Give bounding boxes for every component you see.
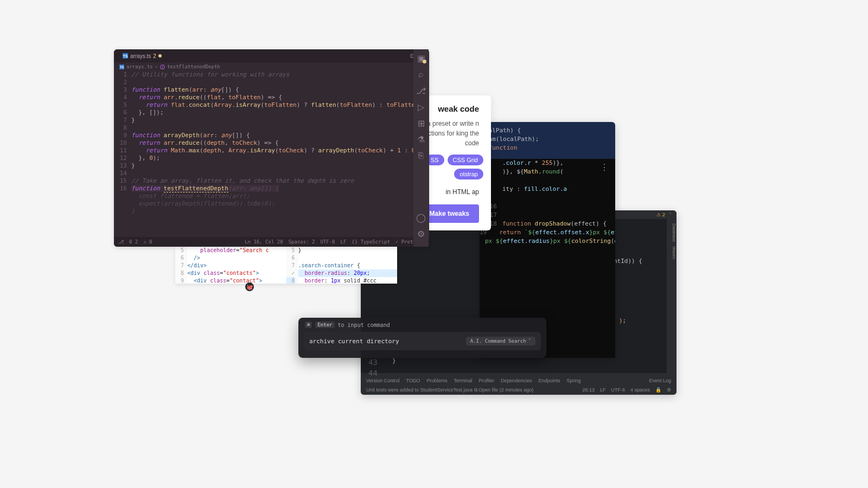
encoding[interactable]: UTF-8 (320, 239, 335, 245)
css-pane[interactable]: 567 ✓89 } .search-container { border-rad… (286, 247, 398, 284)
key-cmd: ⌘ (305, 322, 312, 328)
code-area[interactable]: // Utility functions for working with ar… (131, 71, 429, 234)
tab-spring[interactable]: Spring (567, 378, 581, 383)
git-branch-icon[interactable]: ⎇ (118, 239, 124, 245)
status-lncol: 26:13 (582, 387, 595, 393)
breadcrumb[interactable]: TS arrays.ts › ƒ testFlattenedDepth (114, 62, 429, 71)
gear-icon[interactable]: ⚙ (417, 229, 425, 238)
vscode-window: TS arrays.ts 2 ⧉ … TS arrays.ts › ƒ test… (114, 49, 429, 247)
typescript-icon: TS (119, 65, 124, 69)
event-log[interactable]: Event Log (649, 378, 671, 383)
figma-top-code: calPath) { eam(localPath); function (480, 122, 615, 159)
breadcrumb-file[interactable]: arrays.ts (126, 64, 153, 69)
command-text[interactable]: archive current directory (309, 338, 399, 345)
language-mode[interactable]: {} TypeScript (352, 239, 390, 245)
status-msg[interactable]: Unit tests were added to StudentServiceT… (366, 387, 533, 393)
extensions-icon[interactable]: ⊞ (417, 119, 425, 127)
search-icon[interactable]: ⌕ (417, 70, 425, 79)
line-number: 43 (368, 358, 378, 367)
key-enter: Enter (315, 322, 334, 328)
intellij-bottom-tabs[interactable]: Version Control TODO Problems Terminal P… (361, 376, 676, 385)
vscode-activitybar[interactable]: ▣ ⌕ ⎇ ▷ ⊞ ⚗ ⎘ ◯ ⚙ (413, 49, 429, 247)
code-fragment: ntId)) { (614, 257, 642, 266)
gutter: 12345678910111213141516 (114, 71, 131, 234)
breadcrumb-symbol[interactable]: testFlattenedDepth (167, 64, 220, 69)
tab-profiler[interactable]: Profiler (478, 378, 494, 383)
cursor-position[interactable]: Ln 16, Col 28 (245, 239, 283, 245)
vscode-statusbar[interactable]: ⎇ 0 2 ⚠ 0 Ln 16, Col 28 Spaces: 2 UTF-8 … (114, 237, 429, 247)
account-icon[interactable]: ◯ (417, 213, 425, 222)
settings-icon[interactable]: ⚙ (667, 387, 671, 393)
sync-status[interactable]: 0 2 (129, 239, 138, 245)
tab-filename: arrays.ts (130, 53, 151, 59)
toolwindow-database[interactable]: Database (667, 223, 676, 242)
status-encoding: UTF-8 (611, 387, 625, 393)
warp-input[interactable]: archive current directory A.I. Command S… (304, 332, 541, 350)
html-pane[interactable]: 56789 placeholder="Search c /> </div> <d… (175, 247, 286, 284)
tab-version-control[interactable]: Version Control (366, 378, 400, 383)
tab-todo[interactable]: TODO (406, 378, 420, 383)
tab-modified-count: 2 (153, 53, 156, 59)
status-eol: LF (600, 387, 606, 393)
lock-icon[interactable]: 🔒 (655, 387, 661, 393)
remote-icon[interactable]: ⎘ (417, 151, 425, 160)
vscode-tab-bar[interactable]: TS arrays.ts 2 ⧉ … (114, 49, 429, 62)
toolwindow-maven[interactable]: Maven (667, 246, 676, 259)
css-code[interactable]: } .search-container { border-radius: 20p… (298, 247, 398, 284)
chip-bootstrap[interactable]: otstrap (454, 169, 483, 179)
vscode-editor[interactable]: 12345678910111213141516 // Utility funct… (114, 71, 429, 234)
warning-badge[interactable]: ⚠ 2 (656, 212, 665, 217)
indentation[interactable]: Spaces: 2 (289, 239, 315, 245)
explorer-icon[interactable]: ▣ (417, 54, 425, 62)
source-control-icon[interactable]: ⎇ (417, 86, 425, 95)
testing-icon[interactable]: ⚗ (417, 135, 425, 144)
typescript-icon: TS (123, 53, 128, 59)
intellij-right-toolwindows[interactable]: Database Maven (667, 219, 676, 373)
split-editor[interactable]: 56789 placeholder="Search c /> </div> <d… (175, 247, 397, 284)
run-debug-icon[interactable]: ▷ (417, 102, 425, 111)
tab-dependencies[interactable]: Dependencies (501, 378, 532, 383)
github-avatar-icon[interactable]: 🐙 (245, 282, 254, 291)
problems-status[interactable]: ⚠ 0 (143, 239, 152, 245)
html-code[interactable]: placeholder="Search c /> </div> <div cla… (187, 247, 286, 284)
code-fragment: ); (619, 317, 626, 325)
tab-terminal[interactable]: Terminal (454, 378, 472, 383)
more-icon[interactable]: ⋮ (600, 163, 610, 172)
chevron-down-icon: ˇ (528, 338, 531, 344)
hint-text: to input command (338, 322, 390, 328)
tab-problems[interactable]: Problems (426, 378, 447, 383)
inspection-icon[interactable]: ˆ (669, 212, 671, 217)
eol[interactable]: LF (341, 239, 347, 245)
warp-hint: ⌘ Enter to input command (298, 318, 546, 332)
intellij-statusbar: Unit tests were added to StudentServiceT… (361, 385, 676, 395)
tab-endpoints[interactable]: Endpoints (538, 378, 560, 383)
code-line: } (392, 357, 667, 365)
ai-command-search-button[interactable]: A.I. Command Searchˇ (466, 337, 535, 345)
chevron-icon: › (155, 64, 158, 69)
tab-dirty-icon (158, 54, 162, 57)
warp-terminal[interactable]: ⌘ Enter to input command archive current… (298, 318, 546, 358)
status-indent: 4 spaces (630, 387, 650, 393)
function-icon: ƒ (160, 65, 165, 69)
chip-cssgrid[interactable]: CSS Grid (448, 155, 483, 165)
editor-tab[interactable]: TS arrays.ts 2 (118, 53, 166, 59)
